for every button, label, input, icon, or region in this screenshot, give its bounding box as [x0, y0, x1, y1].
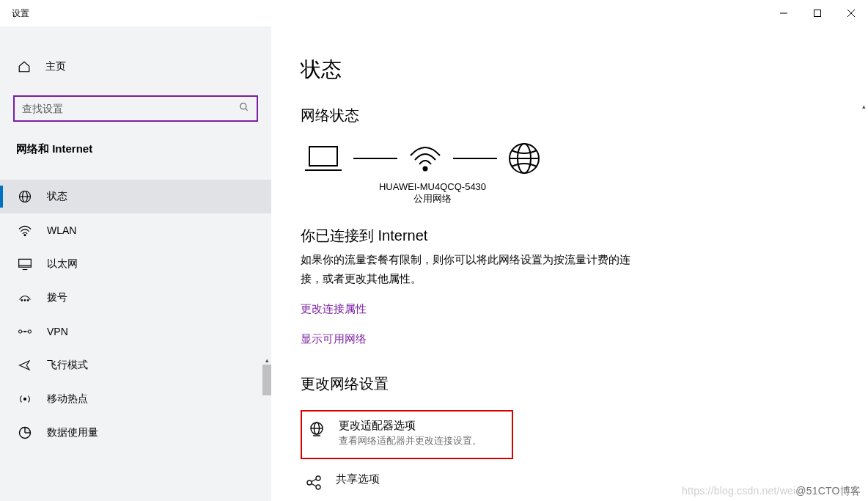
sidebar-item-datausage[interactable]: 数据使用量	[0, 416, 271, 450]
svg-point-9	[24, 234, 26, 235]
sidebar-nav: 状态 WLAN 以太网 拨号	[0, 180, 271, 450]
sidebar-item-label: 拨号	[47, 291, 67, 304]
watermark-faint: https://blog.csdn.net/wei	[682, 485, 795, 497]
hotspot-icon	[18, 392, 32, 406]
sidebar-item-ethernet[interactable]: 以太网	[0, 247, 271, 281]
connector-line	[453, 158, 497, 159]
svg-point-4	[240, 103, 246, 109]
option-title: 共享选项	[336, 472, 380, 486]
home-label: 主页	[45, 60, 66, 73]
link-change-connection-properties[interactable]: 更改连接属性	[301, 302, 367, 316]
watermark-dark: @51CTO博客	[795, 485, 861, 497]
sidebar-item-hotspot[interactable]: 移动热点	[0, 382, 271, 416]
svg-point-36	[316, 485, 320, 489]
airplane-icon	[18, 359, 32, 372]
datausage-icon	[18, 426, 32, 439]
search-input[interactable]	[22, 103, 227, 114]
window-title: 设置	[12, 7, 29, 20]
svg-rect-1	[814, 10, 821, 17]
close-button[interactable]	[834, 1, 868, 25]
svg-point-14	[24, 300, 26, 301]
scroll-thumb[interactable]	[262, 365, 271, 395]
svg-rect-24	[309, 147, 337, 166]
scroll-up-icon[interactable]: ▴	[859, 100, 868, 113]
svg-point-16	[18, 330, 21, 333]
svg-line-38	[312, 483, 317, 486]
dialup-icon	[18, 291, 32, 304]
watermark: https://blog.csdn.net/wei@51CTO博客	[682, 485, 861, 498]
main-content: 状态 网络状态 HUAWEI-MU4QCQ-5430 公用网络 你已连接到 In…	[271, 26, 868, 501]
sidebar-item-airplane[interactable]: 飞行模式	[0, 348, 271, 382]
page-title: 状态	[301, 56, 839, 84]
sidebar-item-status[interactable]: 状态	[0, 180, 271, 213]
sidebar-item-dialup[interactable]: 拨号	[0, 281, 271, 315]
section-change-network-settings: 更改网络设置	[301, 374, 839, 394]
svg-point-26	[424, 167, 427, 171]
globe-icon	[18, 190, 32, 203]
svg-point-15	[27, 300, 29, 301]
svg-point-19	[24, 331, 25, 332]
network-type: 公用网络	[330, 192, 535, 205]
sidebar-item-label: WLAN	[47, 224, 76, 236]
option-subtitle: 查看网络适配器并更改连接设置。	[339, 434, 482, 447]
window-buttons	[767, 1, 868, 25]
wifi-icon	[408, 144, 443, 173]
sidebar-item-label: VPN	[47, 326, 68, 337]
option-change-adapter[interactable]: 更改适配器选项 查看网络适配器并更改连接设置。	[301, 410, 513, 459]
main-scrollbar[interactable]: ▴	[859, 26, 868, 501]
category-header: 网络和 Internet	[0, 142, 271, 169]
svg-rect-10	[19, 259, 32, 267]
sidebar-item-wlan[interactable]: WLAN	[0, 213, 271, 247]
home-link[interactable]: 主页	[0, 56, 271, 78]
connected-description: 如果你的流量套餐有限制，则你可以将此网络设置为按流量计费的连接，或者更改其他属性…	[301, 250, 645, 288]
sidebar-item-vpn[interactable]: VPN	[0, 315, 271, 348]
connected-heading: 你已连接到 Internet	[301, 226, 839, 246]
svg-point-18	[28, 330, 31, 333]
search-icon	[239, 102, 249, 115]
ssid-block: HUAWEI-MU4QCQ-5430 公用网络	[330, 181, 535, 205]
ssid-name: HUAWEI-MU4QCQ-5430	[330, 181, 535, 192]
monitor-icon	[18, 257, 32, 271]
title-bar: 设置	[0, 0, 868, 26]
globe-icon	[308, 420, 326, 441]
svg-point-34	[307, 480, 312, 485]
search-box[interactable]	[13, 95, 258, 122]
link-show-available-networks[interactable]: 显示可用网络	[301, 332, 367, 346]
option-title: 更改适配器选项	[339, 419, 482, 433]
sidebar-item-label: 以太网	[47, 257, 78, 271]
share-icon	[305, 474, 323, 494]
svg-line-5	[246, 109, 248, 111]
network-diagram	[304, 142, 839, 175]
sidebar-item-label: 状态	[47, 190, 67, 203]
connector-line	[353, 158, 397, 159]
svg-point-13	[21, 300, 23, 301]
wifi-icon	[18, 224, 32, 237]
home-icon	[18, 60, 31, 73]
svg-point-35	[316, 476, 320, 480]
vpn-icon	[18, 325, 32, 338]
sidebar: 主页 网络和 Internet 状态 WLAN	[0, 26, 271, 501]
sidebar-item-label: 数据使用量	[47, 426, 98, 439]
scroll-up-icon[interactable]: ▴	[262, 356, 271, 365]
maximize-button[interactable]	[801, 1, 834, 25]
section-network-status: 网络状态	[301, 106, 839, 125]
globe-icon	[507, 142, 541, 175]
sidebar-item-label: 移动热点	[47, 392, 88, 406]
svg-line-37	[312, 479, 317, 482]
svg-point-20	[24, 398, 26, 401]
sidebar-item-label: 飞行模式	[47, 359, 88, 372]
sidebar-scrollbar[interactable]: ▴	[262, 356, 271, 450]
minimize-button[interactable]	[767, 1, 801, 25]
laptop-icon	[304, 144, 343, 173]
